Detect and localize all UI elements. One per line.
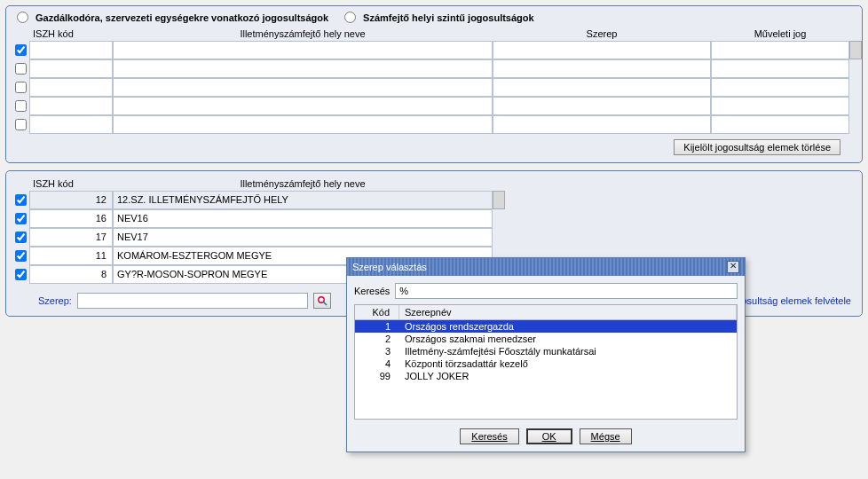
dialog-row-kod: 3 bbox=[355, 345, 399, 357]
dialog-row-nev: Országos rendszergazda bbox=[399, 320, 737, 333]
svg-line-1 bbox=[323, 302, 327, 306]
dialog-row-kod: 2 bbox=[355, 333, 399, 345]
bottom-row: 16NEV16 bbox=[12, 209, 535, 228]
close-icon: ✕ bbox=[730, 261, 737, 271]
top-row bbox=[12, 115, 856, 134]
bottom-grid-header: ISZH kód Illetményszámfejtő hely neve bbox=[12, 177, 535, 191]
radio-org-scope-label: Gazdálkodóra, szervezeti egységekre vona… bbox=[36, 12, 328, 23]
top-row-checkbox[interactable] bbox=[15, 100, 27, 112]
bottom-row-checkbox[interactable] bbox=[15, 213, 27, 224]
bottom-row-checkbox[interactable] bbox=[15, 269, 27, 280]
top-row-muvjog[interactable] bbox=[711, 41, 849, 59]
role-select-dialog: Szerep választás ✕ Keresés Kód Szerepnév… bbox=[346, 257, 746, 452]
bottom-row-iszh[interactable]: 17 bbox=[29, 228, 113, 247]
szerep-picker-button[interactable] bbox=[313, 293, 331, 309]
dialog-row-kod: 4 bbox=[355, 357, 399, 370]
dialog-row-nev: Országos szakmai menedzser bbox=[399, 333, 737, 345]
bottom-row-checkbox[interactable] bbox=[15, 250, 27, 262]
dialog-row-nev: JOLLY JOKER bbox=[399, 370, 737, 382]
radio-local-scope-label: Számfejtő helyi szintű jogosultságok bbox=[363, 12, 534, 23]
dialog-role-row[interactable]: 2Országos szakmai menedzser bbox=[355, 333, 737, 345]
top-row-checkbox[interactable] bbox=[15, 119, 27, 130]
add-elements-link[interactable]: jogosultság elemek felvétele bbox=[729, 295, 851, 306]
top-row-szerep[interactable] bbox=[493, 41, 711, 59]
dialog-row-nev: Központi törzsadattár kezelő bbox=[399, 357, 737, 370]
top-row-hely[interactable] bbox=[113, 115, 493, 134]
top-row-muvjog[interactable] bbox=[711, 59, 849, 78]
top-row-szerep[interactable] bbox=[493, 59, 711, 78]
radio-org-scope[interactable] bbox=[17, 12, 28, 23]
dialog-row-kod: 1 bbox=[355, 320, 399, 333]
bottom-row-iszh[interactable]: 11 bbox=[29, 247, 113, 265]
dialog-role-row[interactable]: 3Illetmény-számfejtési Főosztály munkatá… bbox=[355, 345, 737, 357]
dialog-role-list[interactable]: Kód Szerepnév 1Országos rendszergazda2Or… bbox=[354, 304, 738, 420]
top-row-iszh[interactable] bbox=[29, 59, 113, 78]
bot-hdr-hely: Illetményszámfejtő hely neve bbox=[113, 177, 493, 191]
dialog-search-button[interactable]: Keresés bbox=[460, 428, 518, 444]
hdr-iszh: ISZH kód bbox=[29, 27, 113, 41]
szerep-input[interactable] bbox=[77, 293, 308, 309]
dialog-row-kod: 99 bbox=[355, 370, 399, 382]
bottom-row-iszh[interactable]: 8 bbox=[29, 265, 113, 284]
top-grid-header: ISZH kód Illetményszámfejtő hely neve Sz… bbox=[12, 27, 856, 41]
bottom-grid-scrollbar[interactable] bbox=[493, 191, 505, 209]
dialog-role-row[interactable]: 4Központi törzsadattár kezelő bbox=[355, 357, 737, 370]
dialog-ok-button[interactable]: OK bbox=[526, 428, 572, 444]
bottom-row-hely[interactable]: NEV17 bbox=[113, 228, 493, 247]
dialog-search-input[interactable] bbox=[395, 283, 738, 299]
top-row-szerep[interactable] bbox=[493, 97, 711, 115]
top-row-hely[interactable] bbox=[113, 78, 493, 97]
delete-selected-button[interactable]: Kijelölt jogosultság elemek törlése bbox=[674, 139, 840, 155]
dialog-hdr-kod: Kód bbox=[355, 305, 399, 319]
top-row-checkbox[interactable] bbox=[15, 44, 27, 56]
search-icon bbox=[317, 295, 327, 306]
top-row-hely[interactable] bbox=[113, 41, 493, 59]
top-row-muvjog[interactable] bbox=[711, 115, 849, 134]
hdr-hely: Illetményszámfejtő hely neve bbox=[113, 27, 493, 41]
bottom-row: 1212.SZ. ILLETMÉNYSZÁMFEJTŐ HELY bbox=[12, 191, 535, 209]
dialog-row-nev: Illetmény-számfejtési Főosztály munkatár… bbox=[399, 345, 737, 357]
top-row-muvjog[interactable] bbox=[711, 97, 849, 115]
top-row-muvjog[interactable] bbox=[711, 78, 849, 97]
bottom-row-checkbox[interactable] bbox=[15, 232, 27, 243]
top-row-iszh[interactable] bbox=[29, 97, 113, 115]
bottom-row-iszh[interactable]: 12 bbox=[29, 191, 113, 209]
szerep-label: Szerep: bbox=[38, 295, 72, 306]
hdr-szerep: Szerep bbox=[493, 27, 711, 41]
dialog-list-header: Kód Szerepnév bbox=[355, 305, 737, 320]
top-row bbox=[12, 59, 856, 78]
top-row-szerep[interactable] bbox=[493, 115, 711, 134]
bottom-row: 17NEV17 bbox=[12, 228, 535, 247]
dialog-hdr-nev: Szerepnév bbox=[399, 305, 737, 319]
radio-local-scope[interactable] bbox=[344, 12, 356, 23]
top-row bbox=[12, 41, 856, 59]
dialog-titlebar[interactable]: Szerep választás ✕ bbox=[347, 258, 745, 276]
top-row bbox=[12, 97, 856, 115]
permissions-top-panel: Gazdálkodóra, szervezeti egységekre vona… bbox=[5, 5, 863, 163]
top-row-iszh[interactable] bbox=[29, 78, 113, 97]
top-row-szerep[interactable] bbox=[493, 78, 711, 97]
dialog-role-row[interactable]: 99JOLLY JOKER bbox=[355, 370, 737, 382]
dialog-cancel-button[interactable]: Mégse bbox=[580, 428, 632, 444]
bottom-row-iszh[interactable]: 16 bbox=[29, 209, 113, 228]
hdr-muvjog: Műveleti jog bbox=[711, 27, 849, 41]
top-row-checkbox[interactable] bbox=[15, 82, 27, 93]
top-row-hely[interactable] bbox=[113, 97, 493, 115]
bottom-row-hely[interactable]: 12.SZ. ILLETMÉNYSZÁMFEJTŐ HELY bbox=[113, 191, 493, 209]
bottom-row-checkbox[interactable] bbox=[15, 194, 27, 206]
top-row-checkbox[interactable] bbox=[15, 63, 27, 75]
top-row bbox=[12, 78, 856, 97]
top-row-iszh[interactable] bbox=[29, 41, 113, 59]
scope-radio-group: Gazdálkodóra, szervezeti egységekre vona… bbox=[12, 12, 856, 23]
dialog-role-row[interactable]: 1Országos rendszergazda bbox=[355, 320, 737, 333]
top-grid-body bbox=[12, 41, 856, 134]
dialog-title-text: Szerep választás bbox=[352, 262, 427, 272]
bottom-row-hely[interactable]: NEV16 bbox=[113, 209, 493, 228]
svg-point-0 bbox=[319, 297, 324, 302]
bot-hdr-iszh: ISZH kód bbox=[29, 177, 113, 191]
top-grid-scrollbar[interactable] bbox=[849, 41, 862, 59]
dialog-close-button[interactable]: ✕ bbox=[727, 261, 739, 273]
top-row-iszh[interactable] bbox=[29, 115, 113, 134]
top-row-hely[interactable] bbox=[113, 59, 493, 78]
dialog-search-label: Keresés bbox=[354, 286, 390, 296]
